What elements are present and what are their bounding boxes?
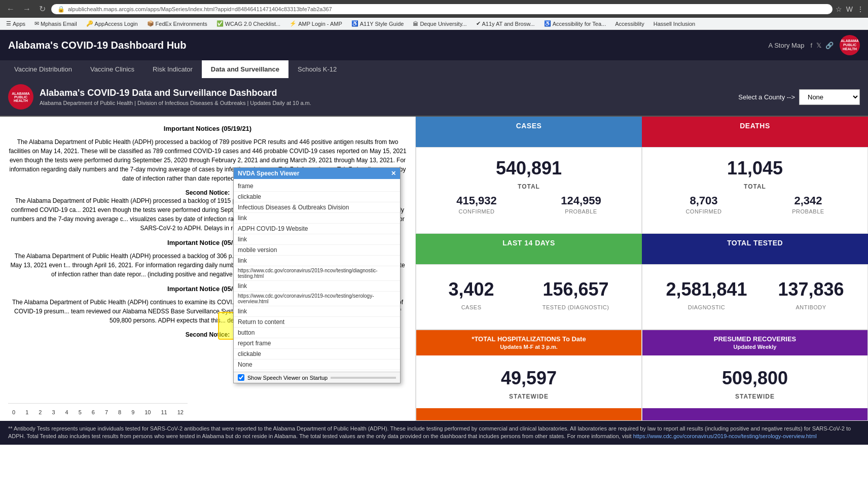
deaths-confirmed-number: 8,703 (685, 194, 721, 207)
app-header: Alabama's COVID-19 Dashboard Hub A Story… (0, 30, 868, 60)
total-tested-diagnostic-number: 2,581,841 (666, 279, 747, 300)
bookmark-wcag[interactable]: ✅ WCAG 2.0 Checklist... (214, 19, 282, 28)
page-num-10[interactable]: 10 (140, 408, 155, 417)
twitter-icon[interactable]: 𝕏 (816, 42, 821, 49)
bookmark-a11y[interactable]: ♿ A11Y Style Guide (349, 19, 406, 28)
deaths-confirmed-label: CONFIRMED (685, 208, 721, 214)
last14-stats: 3,402 CASES 156,657 TESTED (DIAGNOSTIC) (416, 264, 642, 329)
page-num-3[interactable]: 3 (48, 408, 59, 417)
dashboard-logo: ALABAMAPUBLICHEALTH (8, 84, 33, 110)
bookmark-apps[interactable]: ☰ Apps (4, 19, 27, 28)
nvda-item-9[interactable]: link (234, 281, 400, 292)
nvda-item-2[interactable]: Infectious Diseases & Outbreaks Division (234, 202, 400, 213)
refresh-button[interactable]: ↻ (37, 3, 48, 15)
bookmark-wcag-label: WCAG 2.0 Checklist... (225, 21, 280, 27)
footer-link[interactable]: https://www.cdc.gov/coronavirus/2019-nco… (633, 433, 817, 439)
cases-confirmed: 415,932 CONFIRMED (456, 194, 497, 214)
bookmark-apps-label: Apps (13, 21, 25, 27)
share-icon[interactable]: 🔗 (825, 42, 834, 49)
back-button[interactable]: ← (4, 4, 17, 15)
bookmark-fedex[interactable]: 📦 FedEx Environments (145, 19, 209, 28)
address-bar[interactable]: 🔒 alpublichealth.maps.arcgis.com/apps/Ma… (51, 4, 833, 14)
page-num-0[interactable]: 0 (8, 408, 19, 417)
bookmark-accessibility-label: Accessibility for Tea... (553, 21, 606, 27)
nvda-startup-checkbox[interactable] (238, 374, 244, 381)
nvda-item-8[interactable]: https://www.cdc.gov/coronavirus/2019-nco… (234, 266, 400, 281)
tab-vaccine-clinics[interactable]: Vaccine Clinics (81, 60, 143, 78)
appaccess-icon: 🔑 (86, 20, 93, 27)
page-num-6[interactable]: 6 (88, 408, 99, 417)
page-num-5[interactable]: 5 (75, 408, 86, 417)
page-num-1[interactable]: 1 (21, 408, 32, 417)
nvda-item-10[interactable]: https://www.cdc.gov/coronavirus/2019-nco… (234, 292, 400, 306)
hospitalizations-subheader: Updates M-F at 3 p.m. (500, 344, 558, 350)
county-selector: Select a County --> None Autauga Baldwin (738, 89, 860, 105)
page-num-4[interactable]: 4 (61, 408, 73, 417)
dashboard-subtitle: Alabama Department of Public Health | Di… (40, 100, 311, 106)
page-num-12[interactable]: 12 (173, 408, 188, 417)
bookmark-deque[interactable]: 🏛 Deque University... (411, 20, 468, 28)
deaths-probable: 2,342 PROBABLE (792, 194, 824, 214)
cases-sub-row: 415,932 CONFIRMED 124,959 PROBABLE (424, 194, 633, 214)
bookmark-accessibility2[interactable]: Accessiblity (613, 20, 646, 28)
page-num-8[interactable]: 8 (114, 408, 125, 417)
facebook-icon[interactable]: f (810, 42, 812, 49)
page-num-9[interactable]: 9 (127, 408, 138, 417)
bookmark-at[interactable]: ✔ A11y AT and Brosw... (474, 19, 537, 28)
deaths-header: DEATHS (642, 117, 868, 147)
extensions-icon[interactable]: W (846, 5, 853, 13)
nvda-item-3[interactable]: link (234, 213, 400, 224)
menu-icon[interactable]: ⋮ (857, 5, 864, 13)
total-tested-diagnostic: 2,581,841 DIAGNOSTIC (666, 275, 747, 310)
hospitalizations-value: 49,597 (424, 368, 633, 389)
nvda-item-14[interactable]: report frame (234, 338, 400, 349)
nvda-item-16[interactable]: None (234, 360, 400, 370)
bookmark-mphasis-label: Mphasis Email (41, 21, 77, 27)
nvda-close-icon[interactable]: ✕ (391, 170, 396, 177)
tab-schools[interactable]: Schools K-12 (288, 60, 346, 78)
nvda-item-12[interactable]: Return to content (234, 317, 400, 328)
page-numbers: 0 1 2 3 4 5 6 7 8 9 10 11 12 (8, 403, 188, 421)
deaths-total-number: 11,045 (650, 158, 859, 179)
county-select[interactable]: None Autauga Baldwin (799, 89, 860, 105)
story-map-label[interactable]: A Story Map (769, 42, 805, 49)
tab-data-surveillance[interactable]: Data and Surveillance (202, 60, 288, 78)
page-num-2[interactable]: 2 (34, 408, 46, 417)
last14-cases-label: CASES (449, 304, 494, 310)
nvda-item-4[interactable]: ADPH COVID-19 Website (234, 224, 400, 234)
bookmark-appaccess-label: AppAccess Login (95, 21, 138, 27)
hospitalizations-label: STATEWIDE (424, 393, 633, 400)
deaths-sub-row: 8,703 CONFIRMED 2,342 PROBABLE (650, 194, 859, 214)
tab-risk-indicator[interactable]: Risk Indicator (143, 60, 202, 78)
nvda-title-bar[interactable]: NVDA Speech Viewer ✕ (234, 168, 400, 179)
deaths-stats: 11,045 TOTAL 8,703 CONFIRMED 2,342 PROBA… (642, 147, 868, 233)
dashboard-header: ALABAMAPUBLICHEALTH Alabama's COVID-19 D… (0, 78, 868, 117)
tab-vaccine-distribution[interactable]: Vaccine Distribution (5, 60, 81, 78)
nvda-item-5[interactable]: link (234, 234, 400, 245)
nvda-item-15[interactable]: clickable (234, 349, 400, 360)
bookmark-accessibility[interactable]: ♿ Accessibility for Tea... (542, 19, 608, 28)
total-tested-header: TOTAL TESTED (642, 234, 868, 264)
bookmark-amp[interactable]: ⚡ AMP Login - AMP (287, 19, 344, 28)
last14-header: LAST 14 DAYS (416, 234, 642, 264)
nvda-item-11[interactable]: link (234, 306, 400, 317)
deque-icon: 🏛 (413, 21, 418, 27)
nvda-slider[interactable] (331, 377, 396, 379)
page-num-7[interactable]: 7 (101, 408, 112, 417)
nvda-footer-label: Show Speech Viewer on Startup (247, 375, 328, 381)
nvda-item-0[interactable]: frame (234, 181, 400, 192)
forward-button[interactable]: → (20, 4, 33, 15)
bookmark-appaccess[interactable]: 🔑 AppAccess Login (84, 19, 140, 28)
nvda-item-13[interactable]: button (234, 328, 400, 338)
bookmark-icon[interactable]: ☆ (836, 5, 842, 13)
left-panel: Important Notices (05/19/21) The Alabama… (0, 117, 416, 421)
bookmark-fedex-label: FedEx Environments (156, 21, 207, 27)
bookmark-hassell[interactable]: Hassell Inclusion (652, 20, 698, 28)
bookmark-mphasis[interactable]: ✉ Mphasis Email (32, 19, 79, 28)
nvda-item-6[interactable]: mobile version (234, 245, 400, 256)
nvda-item-1[interactable]: clickable (234, 192, 400, 202)
page-num-11[interactable]: 11 (157, 408, 171, 417)
nvda-item-7[interactable]: link (234, 256, 400, 266)
lock-icon: 🔒 (57, 6, 65, 13)
nav-tabs: Vaccine Distribution Vaccine Clinics Ris… (0, 60, 868, 78)
